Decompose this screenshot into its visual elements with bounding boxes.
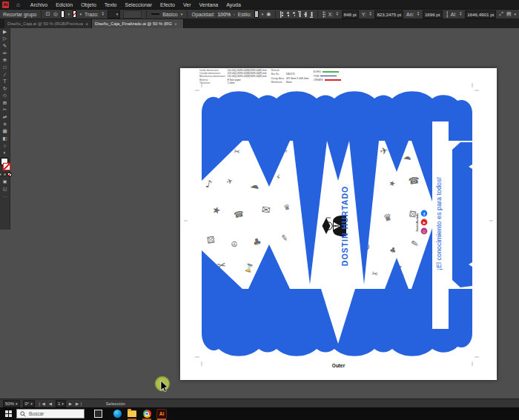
none-button[interactable] (7, 173, 11, 176)
tool-17[interactable]: ◐ (0, 149, 10, 156)
isolate-icon[interactable]: ⊡ (46, 11, 50, 17)
style-chevron[interactable]: ▾ (262, 12, 264, 16)
file-explorer-taskbar-button[interactable] (125, 407, 139, 420)
variable-width-select[interactable] (123, 10, 142, 19)
rotation-select[interactable]: 0°▾ (23, 400, 35, 407)
stroke-chevron[interactable]: ▾ (79, 12, 82, 16)
link-dimensions-icon[interactable] (446, 11, 448, 18)
stroke-weight-select[interactable]: ▾ (108, 10, 121, 19)
first-artboard-button[interactable]: ❘◀ (38, 401, 46, 406)
close-icon[interactable]: × (85, 21, 88, 27)
menu-archivo[interactable]: Archivo (30, 2, 47, 7)
close-icon[interactable]: × (174, 21, 177, 27)
tool-8[interactable]: ↻ (0, 85, 10, 93)
tool-11[interactable]: ✂ (0, 107, 10, 114)
tool-2[interactable]: ✎ (0, 42, 10, 50)
zoom-select[interactable]: 50%▾ (3, 400, 20, 407)
brush-preview[interactable] (151, 13, 160, 16)
y-stepper[interactable]: ▲▼ (369, 12, 372, 16)
align-center-icon[interactable] (286, 11, 289, 18)
home-icon[interactable]: ⌂ (16, 1, 20, 8)
tool-1[interactable]: ▷ (0, 36, 10, 43)
artboard[interactable]: Inside dimensions110.00(L)X090.00(W)X090… (180, 68, 497, 380)
style-swatch[interactable] (254, 10, 259, 18)
align-right-icon[interactable] (292, 11, 295, 18)
reference-point-locator[interactable] (323, 11, 325, 18)
tool-7[interactable]: T (0, 78, 10, 85)
menu-ventana[interactable]: Ventana (199, 2, 218, 7)
x-stepper[interactable]: ▲▼ (336, 12, 339, 16)
width-stepper[interactable]: ▲▼ (417, 12, 420, 16)
tool-10[interactable]: ⊞ (0, 99, 10, 107)
doodle-icon: ✎ (280, 233, 288, 243)
canvas-workspace[interactable]: ▶▷✎✏⊕□∕T↻◇⊞✂⇄✳▦◧○◐ ▣ ◱ … Inside dimensio… (0, 28, 519, 399)
last-artboard-button[interactable]: ▶❘ (76, 401, 84, 406)
opacity-chevron[interactable]: › (234, 12, 235, 16)
tool-9[interactable]: ◇ (0, 92, 10, 99)
height-stepper[interactable]: ▲▼ (460, 12, 463, 16)
tab-title: Diseño_Caja.ai @ 50 % (RGB/Previsualizar… (7, 21, 83, 26)
align-left-icon[interactable] (280, 11, 283, 18)
menu-edición[interactable]: Edición (56, 2, 73, 7)
illustrator-app-icon[interactable]: Ai (2, 1, 9, 8)
search-input[interactable]: Buscar (16, 409, 85, 419)
brand-title-text: DOSTIN HURTADO (340, 186, 349, 266)
stroke-weight-stepper[interactable]: ▲▼ (102, 12, 105, 16)
start-button[interactable] (0, 407, 16, 420)
tool-5[interactable]: □ (0, 64, 10, 71)
menu-efecto[interactable]: Efecto (160, 2, 175, 7)
tool-3[interactable]: ✏ (0, 50, 10, 57)
prev-artboard-button[interactable]: ◀ (49, 401, 53, 406)
more-options-chevron[interactable]: ▾ (515, 12, 517, 16)
stroke-color-swatch[interactable] (73, 10, 77, 18)
doodle-icon: ⌛ (243, 262, 255, 274)
fill-chevron[interactable]: ▾ (67, 12, 70, 16)
toolbar: ▶▷✎✏⊕□∕T↻◇⊞✂⇄✳▦◧○◐ ▣ ◱ … (0, 28, 10, 230)
color-button[interactable] (0, 173, 2, 176)
tool-0[interactable]: ▶ (0, 28, 10, 36)
target-icon[interactable]: ◎ (53, 11, 58, 17)
fill-stroke-control[interactable] (0, 158, 10, 171)
brush-style-select[interactable]: Básico (162, 12, 177, 17)
chrome-taskbar-button[interactable] (139, 407, 154, 420)
search-placeholder: Buscar (29, 411, 44, 416)
properties-icon[interactable]: ▤ (506, 11, 512, 17)
opacity-value[interactable]: 100% (218, 12, 231, 17)
height-input[interactable]: 1646,4901 pt (465, 10, 496, 19)
stroke-none-swatch[interactable] (3, 163, 10, 170)
align-top-icon[interactable] (298, 11, 301, 18)
tool-12[interactable]: ⇄ (0, 113, 10, 121)
task-view-button[interactable] (90, 407, 105, 420)
tool-14[interactable]: ▦ (0, 127, 10, 135)
menu-texto[interactable]: Texto (105, 2, 117, 7)
menu-ver[interactable]: Ver (183, 2, 191, 7)
tab-diseno-caja[interactable]: Diseño_Caja.ai @ 50 % (RGB/Previsualizar… (4, 19, 92, 28)
menu-ayuda[interactable]: Ayuda (226, 2, 241, 7)
tool-15[interactable]: ◧ (0, 135, 10, 142)
transform-icon[interactable]: ⤢ (499, 11, 503, 17)
y-input[interactable]: 823,2475 pt (374, 10, 403, 19)
x-input[interactable]: 848 pt (342, 10, 359, 19)
edge-taskbar-button[interactable] (110, 407, 125, 420)
draw-mode-icon[interactable]: ▣ (3, 179, 7, 184)
tool-16[interactable]: ○ (0, 142, 10, 150)
screen-mode-icon[interactable]: ◱ (3, 186, 7, 191)
tool-13[interactable]: ✳ (0, 121, 10, 128)
fill-color-swatch[interactable] (61, 10, 65, 18)
more-tools-icon[interactable]: … (3, 193, 7, 198)
menu-bar: Ai ⌂ ArchivoEdiciónObjetoTextoSelecciona… (0, 0, 519, 9)
next-artboard-button[interactable]: ▶ (69, 401, 73, 406)
align-bottom-icon[interactable] (310, 11, 313, 18)
gradient-button[interactable] (3, 173, 7, 176)
tab-diseno-caja-finalizado[interactable]: Diseño_Caja_Finalizado.ai @ 50 % (RGB/Pr… (92, 19, 184, 28)
width-input[interactable]: 1696 pt (423, 10, 443, 19)
artboard-nav-select[interactable]: 1▾ (56, 400, 66, 407)
illustrator-taskbar-button[interactable]: Ai (154, 407, 169, 420)
tool-6[interactable]: ∕ (0, 71, 10, 79)
align-middle-icon[interactable] (304, 11, 307, 18)
tool-4[interactable]: ⊕ (0, 56, 10, 64)
document-setup-icon[interactable]: ◉ (266, 11, 271, 17)
menu-objeto[interactable]: Objeto (81, 2, 96, 7)
brush-chevron[interactable]: ▾ (181, 12, 183, 16)
menu-seleccionar[interactable]: Seleccionar (125, 2, 153, 7)
